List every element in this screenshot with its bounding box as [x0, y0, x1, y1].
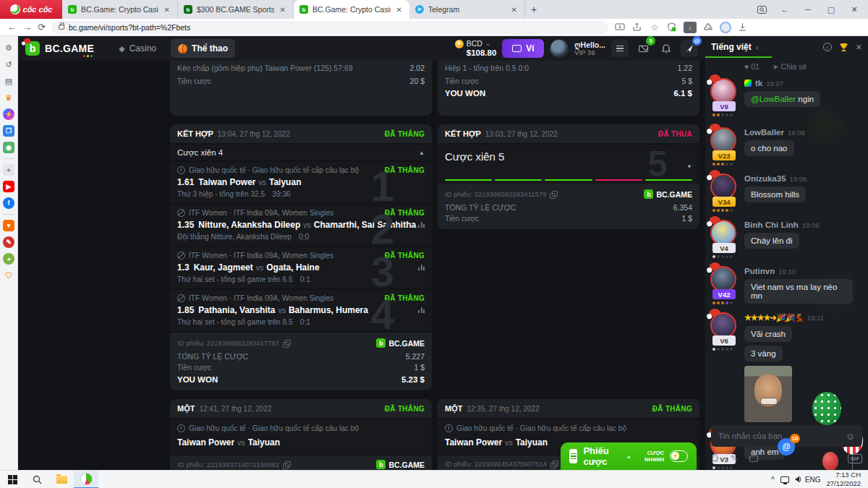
close-chat-icon[interactable]: [856, 43, 862, 52]
back-button[interactable]: ←: [7, 22, 17, 33]
browser-tab-active[interactable]: b BC.Game: Crypto Casino Gan: [294, 0, 409, 19]
emoji-icon[interactable]: [846, 431, 855, 442]
facebook-icon[interactable]: f: [3, 197, 14, 209]
chat-username[interactable]: Binh Chi Linh: [744, 221, 799, 229]
shopping-bag-icon[interactable]: ▾: [3, 220, 14, 231]
lock-icon[interactable]: [59, 25, 64, 30]
wallet-button[interactable]: Ví: [502, 39, 544, 58]
browser-tab-4[interactable]: ➤ Telegram: [409, 0, 525, 19]
profile-avatar[interactable]: [720, 22, 731, 33]
chat-username[interactable]: Onizuka35: [744, 174, 786, 183]
trophy-icon[interactable]: [839, 43, 848, 52]
bet-card-partial-right[interactable]: Hiệp 1 - tổng trên 0.5 0:01.22 Tiền cược…: [438, 61, 699, 116]
window-minimize-button[interactable]: ─: [797, 1, 819, 18]
user-avatar[interactable]: [550, 39, 569, 58]
currency-selector[interactable]: ¢BCD $108.80: [455, 40, 497, 58]
nav-tab-casino[interactable]: ◆ Casino: [111, 39, 163, 58]
ticket-tag-icon[interactable]: [749, 455, 758, 463]
chat-username[interactable]: tk: [755, 79, 762, 87]
chat-toggle-button[interactable]: @: [681, 40, 698, 57]
mail-button[interactable]: 5: [634, 40, 652, 57]
newsfeed-icon[interactable]: ▤: [3, 75, 14, 87]
save-page-icon[interactable]: [614, 22, 626, 33]
games-icon[interactable]: ◉: [3, 142, 14, 153]
parlay-title-row[interactable]: Cược xiên 4: [170, 143, 432, 162]
copy-icon[interactable]: [283, 340, 289, 346]
file-explorer-button[interactable]: [49, 471, 74, 488]
info-icon[interactable]: i: [823, 43, 832, 51]
window-close-button[interactable]: ✕: [843, 1, 865, 18]
betslip-bar[interactable]: Phiếu cược CƯỢC NHANH ⚡: [561, 442, 697, 470]
share-icon[interactable]: [631, 22, 643, 33]
chat-username[interactable]: ★★★★➔🎉🎉💃: [744, 313, 804, 322]
download-manager-icon[interactable]: ↓: [684, 22, 697, 33]
language-indicator[interactable]: ENG: [805, 476, 821, 484]
extensions-puzzle-icon[interactable]: [702, 22, 714, 33]
new-tab-button[interactable]: +: [525, 0, 542, 19]
youtube-icon[interactable]: ▶: [3, 181, 14, 192]
stats-chart-icon[interactable]: [418, 307, 425, 313]
crown-promo-icon[interactable]: ♛: [3, 92, 14, 103]
taskbar-search-button[interactable]: [25, 471, 49, 488]
avatar[interactable]: [710, 220, 736, 246]
coccoc-brand[interactable]: cốc cốc: [0, 0, 62, 19]
reload-button[interactable]: ⟳: [38, 22, 46, 33]
avatar[interactable]: [710, 312, 736, 338]
chevron-right-icon[interactable]: [756, 43, 759, 51]
collapse-icon[interactable]: [419, 150, 425, 156]
news-edit-icon[interactable]: ✎: [3, 236, 14, 248]
chat-username[interactable]: Putinvn: [744, 267, 775, 275]
chat-username[interactable]: LowBaller: [744, 128, 784, 137]
parlay-bet-card-lost[interactable]: KẾT HỢP 13:03, 27 thg 12, 2022 ĐÃ THUA 5…: [438, 124, 699, 229]
start-button[interactable]: [0, 471, 25, 488]
speaker-icon[interactable]: [795, 476, 799, 482]
parlay-bet-card-won[interactable]: KẾT HỢP 13:04, 27 thg 12, 2022 ĐÃ THẮNG …: [170, 124, 432, 390]
browser-tab-1[interactable]: b BC.Game: Crypto Casino Gan: [62, 0, 178, 19]
coin-rain-icon[interactable]: [711, 452, 719, 465]
rules-pencil-icon[interactable]: [731, 453, 738, 463]
cart-icon[interactable]: ⛉: [3, 270, 14, 281]
settings-gear-icon[interactable]: ⚙: [3, 42, 14, 53]
notifications-button[interactable]: [658, 40, 675, 57]
bet-list-button[interactable]: [611, 40, 629, 57]
copy-icon[interactable]: [283, 461, 289, 468]
address-bar[interactable]: bc.game/vi/sports?bt-path=%2Fbets: [51, 21, 608, 34]
tab-close-icon[interactable]: [395, 6, 404, 14]
copy-icon[interactable]: [550, 191, 556, 197]
bet-card-partial-left[interactable]: Kèo chấp (gồm hiệp phụ) Taiwan Power (12…: [170, 61, 432, 116]
mention-text[interactable]: @LowBaller: [751, 95, 796, 103]
share-button[interactable]: Chia sẻ: [773, 62, 807, 71]
window-back-icon[interactable]: ←: [774, 1, 796, 18]
add-shortcut-icon[interactable]: +: [3, 164, 14, 176]
clock[interactable]: 7:13 CH 27/12/2022: [826, 471, 861, 488]
mention-jump-button[interactable]: @ 10: [778, 438, 795, 455]
expand-icon[interactable]: [686, 163, 692, 170]
avatar[interactable]: [710, 266, 736, 292]
bcgame-logo[interactable]: b BC.GAME: [25, 41, 94, 56]
network-icon[interactable]: [780, 476, 789, 483]
avatar[interactable]: [710, 174, 736, 200]
bookmark-star-icon[interactable]: [649, 22, 660, 33]
chat-tool-icon[interactable]: ❐: [3, 125, 14, 137]
history-icon[interactable]: ↺: [3, 59, 14, 70]
meme-image[interactable]: [744, 366, 792, 422]
stats-chart-icon[interactable]: [418, 265, 425, 270]
quick-bet-toggle[interactable]: ⚡: [670, 450, 688, 462]
shield-adblock-icon[interactable]: [666, 22, 678, 33]
window-maximize-button[interactable]: ▢: [820, 1, 842, 18]
tab-search-icon[interactable]: [751, 1, 773, 18]
downloads-tray-icon[interactable]: [737, 22, 749, 33]
like-button[interactable]: 01: [744, 62, 760, 71]
deals-icon[interactable]: ◕: [3, 253, 14, 265]
chat-language-selector[interactable]: Tiếng việt: [711, 42, 752, 52]
tab-close-icon[interactable]: [163, 6, 171, 14]
forward-button[interactable]: →: [22, 22, 32, 33]
user-info[interactable]: ღHello... VIP 36: [574, 40, 605, 57]
single-bet-card-left[interactable]: MỘT 12:41, 27 thg 12, 2022 ĐÃ THẮNG Giao…: [170, 399, 432, 470]
messenger-icon[interactable]: ⚡: [3, 108, 14, 120]
stats-chart-icon[interactable]: [418, 222, 425, 228]
show-hidden-icons[interactable]: ^: [771, 476, 775, 484]
copy-icon[interactable]: [550, 461, 557, 467]
tab-close-icon[interactable]: [510, 6, 519, 14]
avatar[interactable]: [710, 127, 736, 153]
